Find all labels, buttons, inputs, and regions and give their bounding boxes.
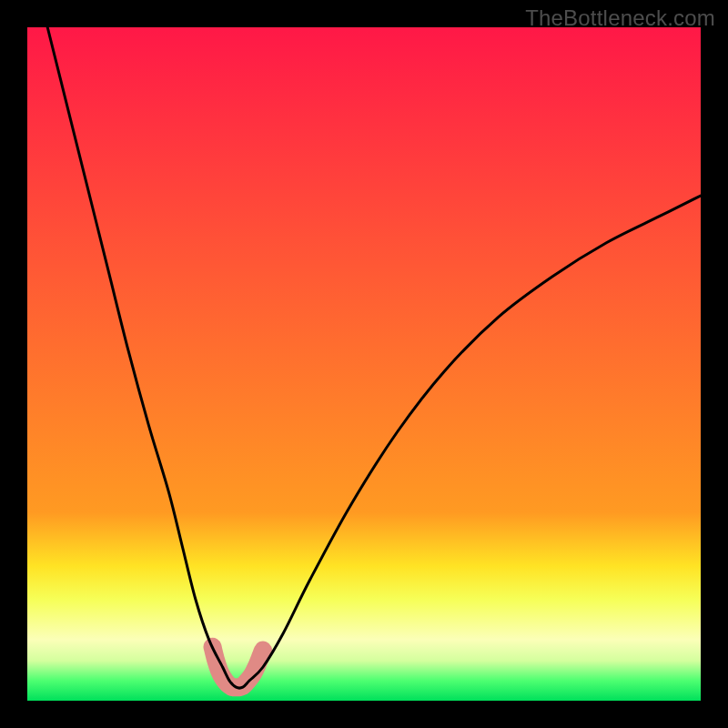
curve-layer	[27, 27, 701, 701]
bottleneck-curve	[47, 27, 701, 688]
plot-area	[27, 27, 701, 701]
chart-frame: TheBottleneck.com	[0, 0, 728, 728]
highlight-marker	[213, 647, 264, 688]
watermark-text: TheBottleneck.com	[525, 5, 715, 31]
